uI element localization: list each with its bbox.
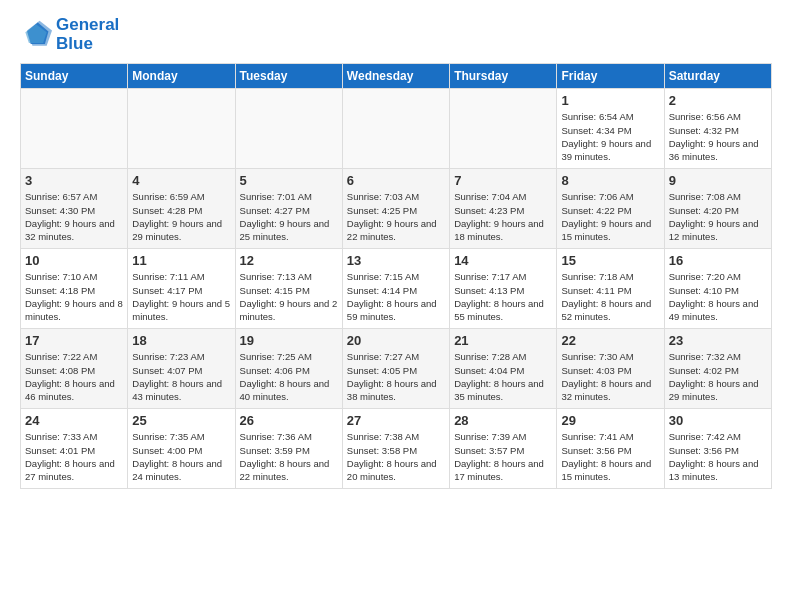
calendar-cell: 8Sunrise: 7:06 AM Sunset: 4:22 PM Daylig… xyxy=(557,169,664,249)
day-number: 8 xyxy=(561,173,659,188)
day-number: 18 xyxy=(132,333,230,348)
calendar-cell: 2Sunrise: 6:56 AM Sunset: 4:32 PM Daylig… xyxy=(664,89,771,169)
day-info: Sunrise: 7:38 AM Sunset: 3:58 PM Dayligh… xyxy=(347,430,445,483)
header-row: SundayMondayTuesdayWednesdayThursdayFrid… xyxy=(21,64,772,89)
day-info: Sunrise: 7:11 AM Sunset: 4:17 PM Dayligh… xyxy=(132,270,230,323)
calendar-cell: 22Sunrise: 7:30 AM Sunset: 4:03 PM Dayli… xyxy=(557,329,664,409)
day-info: Sunrise: 7:33 AM Sunset: 4:01 PM Dayligh… xyxy=(25,430,123,483)
day-number: 17 xyxy=(25,333,123,348)
day-info: Sunrise: 7:23 AM Sunset: 4:07 PM Dayligh… xyxy=(132,350,230,403)
logo-icon xyxy=(20,19,52,51)
calendar-cell: 5Sunrise: 7:01 AM Sunset: 4:27 PM Daylig… xyxy=(235,169,342,249)
day-number: 9 xyxy=(669,173,767,188)
day-number: 3 xyxy=(25,173,123,188)
day-info: Sunrise: 7:22 AM Sunset: 4:08 PM Dayligh… xyxy=(25,350,123,403)
day-number: 14 xyxy=(454,253,552,268)
day-number: 30 xyxy=(669,413,767,428)
day-number: 27 xyxy=(347,413,445,428)
logo-text: General Blue xyxy=(56,16,119,53)
calendar-cell: 4Sunrise: 6:59 AM Sunset: 4:28 PM Daylig… xyxy=(128,169,235,249)
calendar-cell: 15Sunrise: 7:18 AM Sunset: 4:11 PM Dayli… xyxy=(557,249,664,329)
day-number: 13 xyxy=(347,253,445,268)
calendar-cell: 3Sunrise: 6:57 AM Sunset: 4:30 PM Daylig… xyxy=(21,169,128,249)
day-number: 5 xyxy=(240,173,338,188)
day-info: Sunrise: 7:15 AM Sunset: 4:14 PM Dayligh… xyxy=(347,270,445,323)
day-info: Sunrise: 7:08 AM Sunset: 4:20 PM Dayligh… xyxy=(669,190,767,243)
header-cell-saturday: Saturday xyxy=(664,64,771,89)
calendar-cell: 11Sunrise: 7:11 AM Sunset: 4:17 PM Dayli… xyxy=(128,249,235,329)
calendar-cell xyxy=(235,89,342,169)
day-number: 7 xyxy=(454,173,552,188)
day-info: Sunrise: 7:04 AM Sunset: 4:23 PM Dayligh… xyxy=(454,190,552,243)
day-number: 26 xyxy=(240,413,338,428)
day-info: Sunrise: 7:18 AM Sunset: 4:11 PM Dayligh… xyxy=(561,270,659,323)
calendar-cell: 28Sunrise: 7:39 AM Sunset: 3:57 PM Dayli… xyxy=(450,409,557,489)
calendar-cell: 20Sunrise: 7:27 AM Sunset: 4:05 PM Dayli… xyxy=(342,329,449,409)
day-info: Sunrise: 7:20 AM Sunset: 4:10 PM Dayligh… xyxy=(669,270,767,323)
day-number: 1 xyxy=(561,93,659,108)
day-info: Sunrise: 7:41 AM Sunset: 3:56 PM Dayligh… xyxy=(561,430,659,483)
day-info: Sunrise: 7:13 AM Sunset: 4:15 PM Dayligh… xyxy=(240,270,338,323)
calendar-cell: 30Sunrise: 7:42 AM Sunset: 3:56 PM Dayli… xyxy=(664,409,771,489)
day-info: Sunrise: 7:35 AM Sunset: 4:00 PM Dayligh… xyxy=(132,430,230,483)
day-number: 24 xyxy=(25,413,123,428)
calendar-cell xyxy=(450,89,557,169)
calendar-cell: 19Sunrise: 7:25 AM Sunset: 4:06 PM Dayli… xyxy=(235,329,342,409)
calendar-table: SundayMondayTuesdayWednesdayThursdayFrid… xyxy=(20,63,772,489)
day-info: Sunrise: 7:25 AM Sunset: 4:06 PM Dayligh… xyxy=(240,350,338,403)
calendar-cell: 29Sunrise: 7:41 AM Sunset: 3:56 PM Dayli… xyxy=(557,409,664,489)
calendar-cell: 21Sunrise: 7:28 AM Sunset: 4:04 PM Dayli… xyxy=(450,329,557,409)
day-info: Sunrise: 6:54 AM Sunset: 4:34 PM Dayligh… xyxy=(561,110,659,163)
day-info: Sunrise: 7:17 AM Sunset: 4:13 PM Dayligh… xyxy=(454,270,552,323)
day-number: 6 xyxy=(347,173,445,188)
day-info: Sunrise: 7:30 AM Sunset: 4:03 PM Dayligh… xyxy=(561,350,659,403)
calendar-cell xyxy=(342,89,449,169)
calendar-cell: 1Sunrise: 6:54 AM Sunset: 4:34 PM Daylig… xyxy=(557,89,664,169)
day-info: Sunrise: 7:03 AM Sunset: 4:25 PM Dayligh… xyxy=(347,190,445,243)
calendar-cell xyxy=(21,89,128,169)
header-cell-friday: Friday xyxy=(557,64,664,89)
day-info: Sunrise: 7:06 AM Sunset: 4:22 PM Dayligh… xyxy=(561,190,659,243)
day-info: Sunrise: 7:39 AM Sunset: 3:57 PM Dayligh… xyxy=(454,430,552,483)
calendar-cell: 26Sunrise: 7:36 AM Sunset: 3:59 PM Dayli… xyxy=(235,409,342,489)
calendar-week-5: 24Sunrise: 7:33 AM Sunset: 4:01 PM Dayli… xyxy=(21,409,772,489)
calendar-cell: 25Sunrise: 7:35 AM Sunset: 4:00 PM Dayli… xyxy=(128,409,235,489)
calendar-cell: 24Sunrise: 7:33 AM Sunset: 4:01 PM Dayli… xyxy=(21,409,128,489)
day-number: 12 xyxy=(240,253,338,268)
day-number: 21 xyxy=(454,333,552,348)
day-info: Sunrise: 7:36 AM Sunset: 3:59 PM Dayligh… xyxy=(240,430,338,483)
day-number: 11 xyxy=(132,253,230,268)
day-info: Sunrise: 7:28 AM Sunset: 4:04 PM Dayligh… xyxy=(454,350,552,403)
day-info: Sunrise: 6:57 AM Sunset: 4:30 PM Dayligh… xyxy=(25,190,123,243)
day-number: 29 xyxy=(561,413,659,428)
calendar-cell: 6Sunrise: 7:03 AM Sunset: 4:25 PM Daylig… xyxy=(342,169,449,249)
day-info: Sunrise: 7:01 AM Sunset: 4:27 PM Dayligh… xyxy=(240,190,338,243)
day-info: Sunrise: 7:42 AM Sunset: 3:56 PM Dayligh… xyxy=(669,430,767,483)
calendar-cell: 13Sunrise: 7:15 AM Sunset: 4:14 PM Dayli… xyxy=(342,249,449,329)
day-number: 4 xyxy=(132,173,230,188)
calendar-cell xyxy=(128,89,235,169)
day-number: 19 xyxy=(240,333,338,348)
calendar-cell: 18Sunrise: 7:23 AM Sunset: 4:07 PM Dayli… xyxy=(128,329,235,409)
header-cell-monday: Monday xyxy=(128,64,235,89)
calendar-cell: 12Sunrise: 7:13 AM Sunset: 4:15 PM Dayli… xyxy=(235,249,342,329)
calendar-week-3: 10Sunrise: 7:10 AM Sunset: 4:18 PM Dayli… xyxy=(21,249,772,329)
calendar-cell: 9Sunrise: 7:08 AM Sunset: 4:20 PM Daylig… xyxy=(664,169,771,249)
day-number: 22 xyxy=(561,333,659,348)
calendar-cell: 14Sunrise: 7:17 AM Sunset: 4:13 PM Dayli… xyxy=(450,249,557,329)
day-number: 10 xyxy=(25,253,123,268)
calendar-cell: 10Sunrise: 7:10 AM Sunset: 4:18 PM Dayli… xyxy=(21,249,128,329)
logo: General Blue xyxy=(20,16,119,53)
day-info: Sunrise: 6:59 AM Sunset: 4:28 PM Dayligh… xyxy=(132,190,230,243)
header-cell-thursday: Thursday xyxy=(450,64,557,89)
page-container: General Blue SundayMondayTuesdayWednesda… xyxy=(0,0,792,499)
header-cell-wednesday: Wednesday xyxy=(342,64,449,89)
day-info: Sunrise: 6:56 AM Sunset: 4:32 PM Dayligh… xyxy=(669,110,767,163)
calendar-week-2: 3Sunrise: 6:57 AM Sunset: 4:30 PM Daylig… xyxy=(21,169,772,249)
day-number: 28 xyxy=(454,413,552,428)
day-number: 2 xyxy=(669,93,767,108)
calendar-cell: 23Sunrise: 7:32 AM Sunset: 4:02 PM Dayli… xyxy=(664,329,771,409)
calendar-cell: 7Sunrise: 7:04 AM Sunset: 4:23 PM Daylig… xyxy=(450,169,557,249)
day-number: 23 xyxy=(669,333,767,348)
day-number: 15 xyxy=(561,253,659,268)
